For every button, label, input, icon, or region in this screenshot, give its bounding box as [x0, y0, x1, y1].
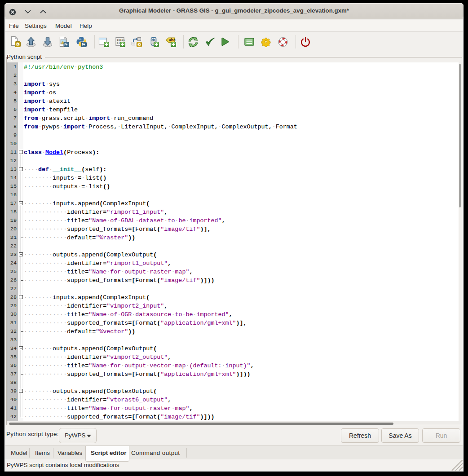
svg-text:abc: abc: [169, 38, 176, 42]
